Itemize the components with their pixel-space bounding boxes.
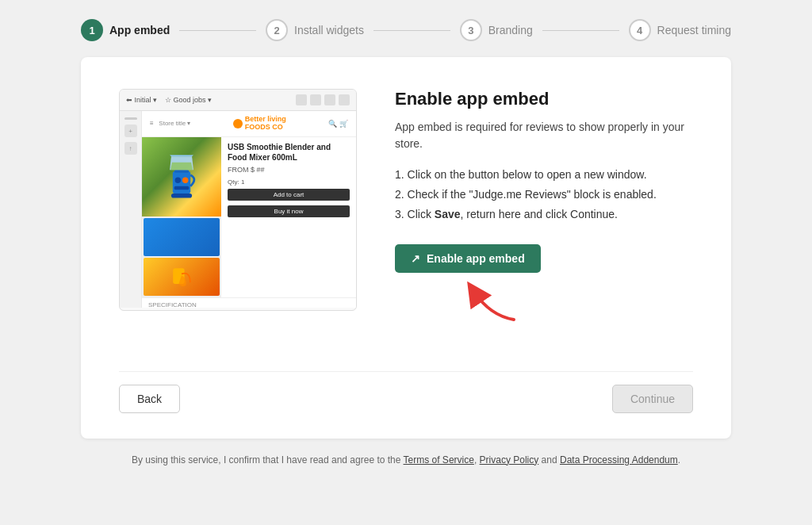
section-title: Enable app embed [395, 89, 693, 109]
mockup-icon-1 [296, 94, 307, 105]
search-icon: 🔍 [328, 120, 337, 128]
store-logo: Better living FOODS CO [233, 116, 286, 132]
product-qty: Qty: 1 [228, 178, 350, 186]
card-inner: ⬅ Initial ▾ ☆ Good jobs ▾ + ↑ [119, 89, 693, 324]
step-label-2: Install widgets [294, 24, 364, 36]
step-circle-3: 3 [460, 19, 482, 41]
step-line-2 [373, 30, 450, 31]
instruction-steps: Click on the button below to open a new … [395, 165, 693, 225]
sidebar-btn-1: + [124, 125, 137, 137]
step-line-1 [179, 30, 256, 31]
mockup-header-left: ⬅ Initial ▾ ☆ Good jobs ▾ [126, 96, 212, 104]
mockup-content: ≡ Store title ▾ Better living FOODS CO 🔍… [142, 111, 356, 308]
product-images [142, 137, 221, 297]
content-section: Enable app embed App embed is required f… [395, 89, 693, 324]
continue-button[interactable]: Continue [612, 385, 693, 413]
product-thumb-1 [144, 218, 220, 256]
sidebar-toggle-icon [124, 117, 137, 120]
privacy-policy-link[interactable]: Privacy Policy [480, 454, 539, 466]
step-label-1: App embed [109, 24, 170, 36]
red-arrow-annotation [458, 276, 522, 324]
svg-rect-0 [173, 171, 190, 194]
instruction-step-1: Click on the button below to open a new … [395, 165, 693, 185]
product-price: FROM $ ## [228, 166, 350, 174]
step-circle-2: 2 [266, 19, 288, 41]
cart-icon: 🛒 [339, 120, 348, 128]
step-label-3: Branding [488, 24, 533, 36]
mockup-header: ⬅ Initial ▾ ☆ Good jobs ▾ [120, 90, 356, 111]
main-card: ⬅ Initial ▾ ☆ Good jobs ▾ + ↑ [81, 57, 731, 439]
mockup-nav-label: ≡ Store title ▾ [150, 120, 190, 127]
mockup-store-label: ⬅ Initial ▾ [126, 96, 157, 104]
store-logo-icon [233, 119, 243, 128]
mockup-icon-2 [310, 94, 321, 105]
step-circle-4: 4 [629, 19, 651, 41]
sidebar-btn-2: ↑ [124, 142, 137, 155]
mockup-icon-3 [324, 94, 335, 105]
mockup-icons [296, 94, 350, 105]
svg-rect-1 [174, 170, 190, 173]
mockup-sidebar: + ↑ [120, 111, 142, 308]
store-preview: ⬅ Initial ▾ ☆ Good jobs ▾ + ↑ [119, 89, 357, 311]
instruction-step-3: Click Save, return here and click Contin… [395, 205, 693, 224]
store-logo-text: Better living FOODS CO [245, 116, 286, 132]
step-circle-1: 1 [81, 19, 103, 41]
step-line-3 [542, 30, 619, 31]
data-processing-link[interactable]: Data Processing Addendum [560, 454, 678, 466]
svg-rect-4 [174, 186, 190, 190]
step-label-4: Request timing [657, 24, 731, 36]
step-2: 2 Install widgets [266, 19, 364, 41]
product-thumb-2 [144, 258, 220, 296]
product-buy-now: Buy it now [228, 205, 350, 217]
enable-btn-container: ↗ Enable app embed [395, 244, 693, 324]
product-thumbnails [142, 217, 221, 297]
product-main-image [142, 137, 221, 217]
step-3: 3 Branding [460, 19, 533, 41]
external-link-icon: ↗ [411, 252, 420, 265]
stepper: 1 App embed 2 Install widgets 3 Branding… [81, 19, 731, 41]
mockup-store-header: ≡ Store title ▾ Better living FOODS CO 🔍… [142, 111, 356, 137]
product-add-to-cart: Add to cart [228, 189, 350, 201]
mockup-body: + ↑ ≡ Store title ▾ Better living FOODS … [120, 111, 356, 308]
store-search: 🔍 🛒 [328, 120, 348, 128]
enable-app-embed-button[interactable]: ↗ Enable app embed [395, 244, 541, 273]
back-button[interactable]: Back [119, 385, 180, 413]
honey-pour-illustration [167, 262, 196, 291]
page-footer: By using this service, I confirm that I … [132, 454, 680, 466]
svg-rect-5 [171, 194, 192, 198]
product-title: USB Smoothie Blender and Food Mixer 600m… [228, 142, 350, 163]
product-details: USB Smoothie Blender and Food Mixer 600m… [221, 137, 356, 297]
step-1: 1 App embed [81, 19, 170, 41]
section-description: App embed is required for reviews to sho… [395, 119, 693, 152]
mockup-template-label: ☆ Good jobs ▾ [165, 96, 212, 104]
step-4: 4 Request timing [629, 19, 731, 41]
svg-point-3 [182, 177, 188, 182]
mockup-icon-4 [339, 94, 350, 105]
instruction-step-2: Check if the "Judge.me Reviews" block is… [395, 185, 693, 205]
product-specification: SPECIFICATION [142, 297, 356, 308]
card-footer: Back Continue [119, 371, 693, 413]
blender-illustration [158, 149, 205, 205]
terms-of-service-link[interactable]: Terms of Service [404, 454, 474, 466]
mockup-product-area: USB Smoothie Blender and Food Mixer 600m… [142, 137, 356, 297]
svg-point-2 [175, 177, 181, 182]
